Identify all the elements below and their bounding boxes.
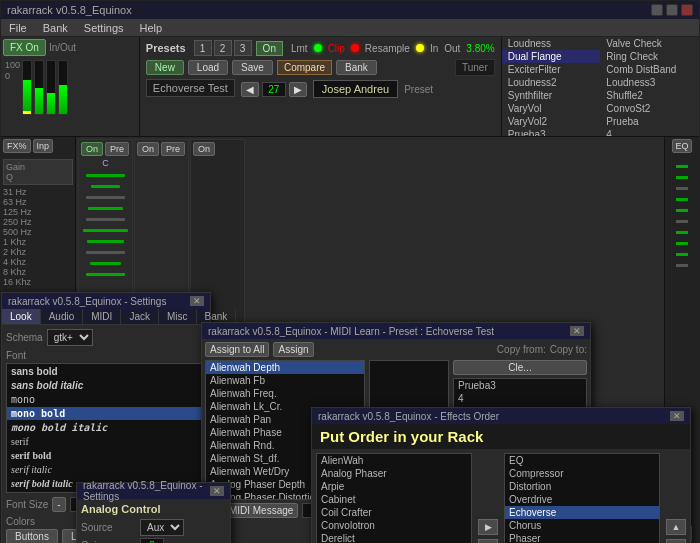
fx-derelict[interactable]: Derelict bbox=[317, 532, 471, 543]
bank-item-convost2[interactable]: ConvoSt2 bbox=[600, 102, 699, 115]
font-serif[interactable]: serif bbox=[7, 435, 205, 448]
assign-btn[interactable]: Assign bbox=[273, 342, 313, 357]
strip1-pre[interactable]: Pre bbox=[105, 142, 129, 156]
rack-compressor[interactable]: Compressor bbox=[505, 467, 659, 480]
preset-num-2[interactable]: 2 bbox=[214, 40, 232, 56]
bank-item-prueba3[interactable]: Prueba3 bbox=[502, 128, 601, 136]
strip1-on[interactable]: On bbox=[81, 142, 103, 156]
bank-item-4[interactable]: 4 bbox=[600, 128, 699, 136]
assign-all-btn[interactable]: Assign to All bbox=[205, 342, 269, 357]
menu-bank[interactable]: Bank bbox=[39, 21, 72, 35]
preset-num-1[interactable]: 1 bbox=[194, 40, 212, 56]
bank-item-ring[interactable]: Ring Check bbox=[600, 50, 699, 63]
bank-item-synthfilter[interactable]: Synthfilter bbox=[502, 89, 601, 102]
font-mono[interactable]: mono bbox=[7, 393, 205, 406]
settings-close[interactable]: ✕ bbox=[190, 296, 204, 306]
analog-close[interactable]: ✕ bbox=[210, 486, 224, 496]
font-mono-bold-italic[interactable]: mono bold italic bbox=[7, 421, 205, 434]
effects-order-title-bar: rakarrack v0.5.8_Equinox - Effects Order… bbox=[312, 408, 690, 424]
bank-item-prueba[interactable]: Prueba bbox=[600, 115, 699, 128]
compare-button[interactable]: Compare bbox=[277, 60, 332, 75]
r-bar-2 bbox=[676, 176, 688, 179]
move-up-btn[interactable]: ▲ bbox=[666, 519, 686, 535]
copy-from-prueba3[interactable]: Prueba3 bbox=[454, 379, 586, 392]
bank-item-loudness3[interactable]: Loudness3 bbox=[600, 76, 699, 89]
effects-order-close[interactable]: ✕ bbox=[670, 411, 684, 421]
font-serif-bold[interactable]: serif bold bbox=[7, 449, 205, 462]
font-sans-bold[interactable]: sans bold bbox=[7, 365, 205, 378]
load-button[interactable]: Load bbox=[188, 60, 228, 75]
rack-effects-list[interactable]: EQ Compressor Distortion Overdrive Echov… bbox=[504, 453, 660, 543]
rack-eq[interactable]: EQ bbox=[505, 454, 659, 467]
menu-settings[interactable]: Settings bbox=[80, 21, 128, 35]
app-title: rakarrack v0.5.8_Equinox bbox=[7, 4, 132, 16]
available-effects-list[interactable]: AlienWah Analog Phaser Arpie Cabinet Coi… bbox=[316, 453, 472, 543]
fx-coil[interactable]: Coil Crafter bbox=[317, 506, 471, 519]
fx-analog-phaser[interactable]: Analog Phaser bbox=[317, 467, 471, 480]
bank-button[interactable]: Bank bbox=[336, 60, 377, 75]
midi-learn-close[interactable]: ✕ bbox=[570, 326, 584, 336]
eq-btn-right[interactable]: EQ bbox=[672, 139, 691, 153]
bank-item-shuffle2[interactable]: Shuffle2 bbox=[600, 89, 699, 102]
strip2-pre[interactable]: Pre bbox=[161, 142, 185, 156]
rack-phaser[interactable]: Phaser bbox=[505, 532, 659, 543]
param-alienwah-depth[interactable]: Alienwah Depth bbox=[206, 361, 364, 374]
fx-alienwah[interactable]: AlienWah bbox=[317, 454, 471, 467]
midi-learn-title: rakarrack v0.5.8_Equinox - MIDI Learn - … bbox=[208, 326, 494, 337]
new-button[interactable]: New bbox=[146, 60, 184, 75]
fx-btn-left[interactable]: FX% bbox=[3, 139, 31, 153]
menu-help[interactable]: Help bbox=[136, 21, 167, 35]
save-button[interactable]: Save bbox=[232, 60, 273, 75]
font-mono-bold[interactable]: mono bold bbox=[7, 407, 205, 420]
font-list: sans bold sans bold italic mono mono bol… bbox=[6, 363, 206, 493]
copy-from-4[interactable]: 4 bbox=[454, 392, 586, 405]
fx-arpie[interactable]: Arpie bbox=[317, 480, 471, 493]
param-alienwah-fb[interactable]: Alienwah Fb bbox=[206, 374, 364, 387]
bank-item-dual-flange[interactable]: Dual Flange bbox=[502, 50, 601, 63]
fx-on-button[interactable]: FX On bbox=[3, 39, 46, 56]
rack-echoverse[interactable]: Echoverse bbox=[505, 506, 659, 519]
font-size-minus[interactable]: - bbox=[52, 497, 65, 512]
s1-bar7 bbox=[87, 240, 124, 243]
tab-midi[interactable]: MIDI bbox=[83, 309, 121, 324]
tab-look[interactable]: Look bbox=[2, 309, 41, 324]
param-alienwah-freq[interactable]: Alienwah Freq. bbox=[206, 387, 364, 400]
tab-audio[interactable]: Audio bbox=[41, 309, 84, 324]
bank-panel: Loudness Valve Check Dual Flange Ring Ch… bbox=[501, 37, 699, 136]
rack-distortion[interactable]: Distortion bbox=[505, 480, 659, 493]
move-right-btn[interactable]: ▶ bbox=[478, 519, 498, 535]
tab-jack[interactable]: Jack bbox=[121, 309, 159, 324]
move-down-btn[interactable]: ▼ bbox=[666, 539, 686, 544]
minimize-btn[interactable] bbox=[651, 4, 663, 16]
s1-bar2 bbox=[91, 185, 120, 188]
maximize-btn[interactable] bbox=[666, 4, 678, 16]
bank-item-valve[interactable]: Valve Check bbox=[600, 37, 699, 50]
inp-btn-left[interactable]: Inp bbox=[33, 139, 54, 153]
font-serif-italic[interactable]: serif italic bbox=[7, 463, 205, 476]
strip2-on[interactable]: On bbox=[137, 142, 159, 156]
schema-select[interactable]: gtk+ bbox=[47, 329, 93, 346]
close-btn[interactable] bbox=[681, 4, 693, 16]
font-sans-bold-italic[interactable]: sans bold italic bbox=[7, 379, 205, 392]
menu-file[interactable]: File bbox=[5, 21, 31, 35]
source-select[interactable]: Aux bbox=[140, 519, 184, 536]
bank-item-varyvol[interactable]: VaryVol bbox=[502, 102, 601, 115]
buttons-btn[interactable]: Buttons bbox=[6, 529, 58, 543]
bank-item-varyvol2[interactable]: VaryVol2 bbox=[502, 115, 601, 128]
bank-item-loudness[interactable]: Loudness bbox=[502, 37, 601, 50]
bank-item-exciter[interactable]: ExciterFilter bbox=[502, 63, 601, 76]
fx-convolotron[interactable]: Convolotron bbox=[317, 519, 471, 532]
move-left-btn[interactable]: ◀ bbox=[478, 539, 498, 544]
on-button[interactable]: On bbox=[256, 41, 283, 56]
preset-num-3[interactable]: 3 bbox=[234, 40, 252, 56]
clear-btn[interactable]: Cle... bbox=[453, 360, 587, 375]
strip3-on[interactable]: On bbox=[193, 142, 215, 156]
tab-misc[interactable]: Misc bbox=[159, 309, 197, 324]
bank-item-comb[interactable]: Comb DistBand bbox=[600, 63, 699, 76]
rack-overdrive[interactable]: Overdrive bbox=[505, 493, 659, 506]
prev-preset[interactable]: ◀ bbox=[241, 82, 259, 97]
bank-item-loudness2[interactable]: Loudness2 bbox=[502, 76, 601, 89]
rack-chorus[interactable]: Chorus bbox=[505, 519, 659, 532]
next-preset[interactable]: ▶ bbox=[289, 82, 307, 97]
fx-cabinet[interactable]: Cabinet bbox=[317, 493, 471, 506]
